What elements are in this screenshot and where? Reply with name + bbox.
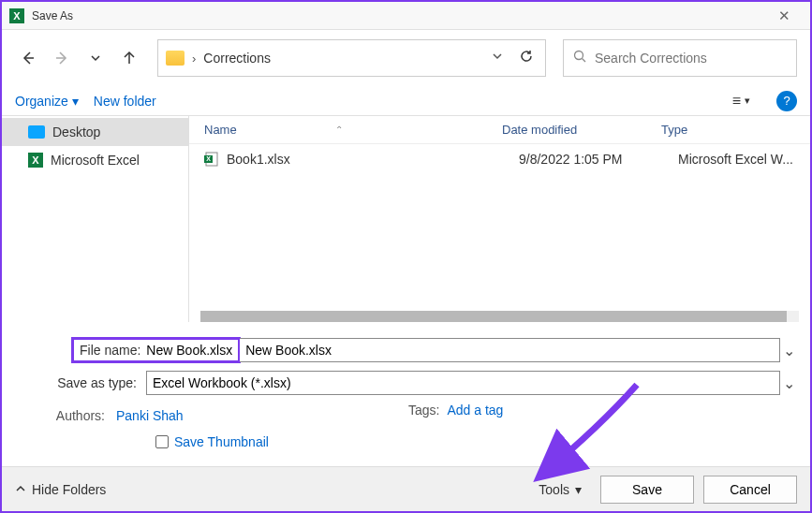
- svg-text:X: X: [206, 155, 211, 162]
- file-list: Name ⌃ Date modified Type X Book1.xlsx 9…: [189, 116, 810, 322]
- refresh-button[interactable]: [519, 49, 534, 67]
- sidebar: Desktop X Microsoft Excel: [2, 116, 189, 322]
- excel-icon: X: [28, 153, 43, 168]
- filename-highlight-annotation: File name: New Book.xlsx: [71, 337, 241, 363]
- address-bar[interactable]: › Corrections: [157, 39, 546, 77]
- filename-row: File name: New Book.xlsx ⌄: [15, 337, 797, 363]
- toolbar: Organize ▾ New folder ≡ ▾ ?: [2, 86, 810, 116]
- tags-value[interactable]: Add a tag: [447, 403, 503, 418]
- folder-icon: [166, 51, 185, 66]
- content-area: Desktop X Microsoft Excel Name ⌃ Date mo…: [2, 116, 810, 322]
- thumbnail-checkbox[interactable]: [155, 435, 169, 448]
- file-name: Book1.xlsx: [227, 152, 519, 167]
- file-row[interactable]: X Book1.xlsx 9/8/2022 1:05 PM Microsoft …: [189, 144, 810, 174]
- column-date[interactable]: Date modified: [502, 123, 661, 137]
- chevron-down-icon: ▾: [575, 482, 582, 497]
- up-button[interactable]: [116, 45, 142, 71]
- savetype-row: Save as type: Excel Workbook (*.xlsx) ⌄: [15, 371, 797, 395]
- search-input[interactable]: [595, 51, 787, 66]
- sidebar-item-label: Desktop: [52, 125, 100, 139]
- breadcrumb-separator-icon: ›: [192, 51, 196, 66]
- filename-input[interactable]: [240, 338, 780, 362]
- xlsx-file-icon: X: [204, 152, 219, 167]
- savetype-label: Save as type:: [15, 375, 146, 390]
- tools-button[interactable]: Tools ▾: [539, 482, 582, 497]
- cancel-button[interactable]: Cancel: [703, 476, 797, 504]
- titlebar: X Save As ✕: [2, 2, 810, 30]
- filename-preview: New Book.xlsx: [146, 343, 232, 358]
- save-form: File name: New Book.xlsx ⌄ Save as type:…: [2, 322, 810, 466]
- svg-text:X: X: [13, 10, 21, 22]
- savetype-select[interactable]: Excel Workbook (*.xlsx): [146, 371, 780, 395]
- help-button[interactable]: ?: [776, 91, 797, 111]
- excel-app-icon: X: [9, 8, 24, 23]
- search-box[interactable]: [563, 39, 797, 77]
- save-button[interactable]: Save: [600, 476, 694, 504]
- navigation-bar: › Corrections: [2, 30, 810, 86]
- close-button[interactable]: ✕: [765, 3, 803, 29]
- forward-button[interactable]: [49, 45, 75, 71]
- organize-button[interactable]: Organize ▾: [15, 94, 79, 109]
- sidebar-item-excel[interactable]: X Microsoft Excel: [2, 146, 188, 174]
- column-name[interactable]: Name: [204, 123, 504, 137]
- sort-indicator-icon: ⌃: [335, 125, 343, 135]
- file-date: 9/8/2022 1:05 PM: [519, 152, 678, 167]
- filename-label: File name:: [80, 343, 146, 358]
- view-options-button[interactable]: ≡ ▾: [732, 93, 750, 110]
- window-title: Save As: [32, 9, 765, 22]
- chevron-down-icon: ▾: [745, 95, 750, 107]
- recent-locations-button[interactable]: [82, 45, 109, 71]
- desktop-icon: [28, 125, 45, 139]
- footer: Hide Folders Tools ▾ Save Cancel: [2, 466, 810, 511]
- horizontal-scrollbar[interactable]: [200, 311, 799, 322]
- search-icon: [573, 50, 587, 67]
- file-rows: X Book1.xlsx 9/8/2022 1:05 PM Microsoft …: [189, 144, 810, 311]
- authors-label: Authors:: [49, 408, 105, 423]
- new-folder-button[interactable]: New folder: [94, 94, 156, 109]
- breadcrumb-current[interactable]: Corrections: [203, 51, 483, 66]
- chevron-up-icon: [15, 482, 26, 497]
- tags-label: Tags:: [408, 403, 439, 418]
- svg-text:X: X: [32, 154, 39, 166]
- authors-value[interactable]: Panki Shah: [116, 408, 184, 423]
- hide-folders-button[interactable]: Hide Folders: [15, 482, 106, 497]
- sidebar-item-desktop[interactable]: Desktop: [2, 118, 188, 146]
- address-dropdown-icon[interactable]: [491, 50, 504, 66]
- savetype-dropdown-icon[interactable]: ⌄: [780, 374, 797, 392]
- filename-dropdown-icon[interactable]: ⌄: [780, 342, 797, 359]
- file-type: Microsoft Excel W...: [678, 152, 795, 167]
- thumbnail-row: Save Thumbnail: [15, 418, 797, 459]
- thumbnail-label[interactable]: Save Thumbnail: [174, 434, 269, 449]
- column-type[interactable]: Type: [661, 123, 795, 137]
- column-headers: Name ⌃ Date modified Type: [189, 116, 810, 144]
- sidebar-item-label: Microsoft Excel: [51, 153, 140, 168]
- svg-point-2: [575, 51, 583, 59]
- back-button[interactable]: [15, 45, 41, 71]
- chevron-down-icon: ▾: [72, 94, 79, 109]
